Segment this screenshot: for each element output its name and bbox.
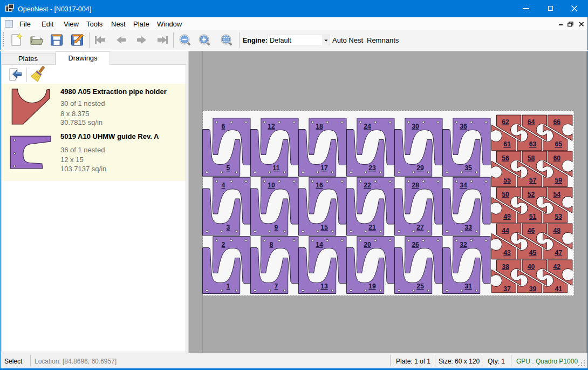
svg-text:8: 8	[270, 241, 274, 248]
svg-text:16: 16	[316, 181, 323, 189]
svg-text:34: 34	[460, 181, 467, 189]
svg-text:47: 47	[555, 249, 562, 257]
svg-text:42: 42	[553, 263, 560, 271]
svg-text:21: 21	[368, 224, 376, 231]
svg-text:32: 32	[460, 241, 467, 248]
svg-text:52: 52	[528, 191, 535, 198]
svg-text:51: 51	[529, 213, 537, 220]
svg-text:35: 35	[464, 164, 472, 172]
svg-text:3: 3	[227, 224, 230, 231]
svg-text:28: 28	[412, 181, 419, 189]
svg-text:17: 17	[320, 164, 328, 172]
svg-text:30: 30	[412, 123, 419, 130]
svg-text:15: 15	[320, 224, 328, 231]
svg-text:31: 31	[464, 282, 472, 290]
svg-text:65: 65	[555, 140, 562, 148]
svg-text:43: 43	[503, 249, 511, 257]
svg-text:63: 63	[529, 140, 537, 148]
svg-text:13: 13	[320, 282, 328, 290]
svg-text:24: 24	[364, 123, 371, 130]
svg-text:66: 66	[553, 118, 560, 126]
svg-text:12: 12	[268, 123, 275, 130]
svg-text:61: 61	[503, 140, 511, 148]
svg-text:44: 44	[502, 227, 509, 234]
svg-text:37: 37	[503, 285, 511, 293]
svg-text:10: 10	[268, 181, 275, 189]
svg-text:62: 62	[502, 118, 509, 126]
svg-text:36: 36	[460, 123, 467, 130]
svg-text:40: 40	[528, 263, 535, 271]
svg-text:54: 54	[553, 191, 560, 198]
svg-text:58: 58	[528, 154, 535, 162]
svg-text:46: 46	[528, 227, 535, 234]
svg-text:9: 9	[275, 224, 278, 231]
svg-text:20: 20	[364, 241, 371, 248]
svg-text:1: 1	[227, 282, 230, 290]
svg-text:57: 57	[529, 177, 537, 184]
svg-text:33: 33	[464, 224, 472, 231]
svg-text:29: 29	[416, 164, 424, 172]
svg-text:64: 64	[528, 118, 535, 126]
svg-text:38: 38	[502, 263, 509, 271]
svg-text:56: 56	[502, 154, 509, 162]
svg-text:27: 27	[416, 224, 424, 231]
svg-text:6: 6	[222, 123, 225, 130]
svg-text:48: 48	[553, 227, 560, 234]
svg-text:2: 2	[222, 241, 225, 248]
svg-text:19: 19	[368, 282, 376, 290]
svg-text:25: 25	[416, 282, 424, 290]
svg-text:53: 53	[555, 213, 562, 220]
svg-text:5: 5	[227, 164, 230, 172]
svg-text:60: 60	[553, 154, 560, 162]
svg-text:18: 18	[316, 123, 323, 130]
svg-text:49: 49	[503, 213, 511, 220]
svg-text:41: 41	[555, 285, 562, 293]
svg-text:14: 14	[316, 241, 323, 248]
svg-text:23: 23	[368, 164, 376, 172]
svg-text:45: 45	[529, 249, 537, 257]
svg-text:50: 50	[502, 191, 509, 198]
svg-text:26: 26	[412, 241, 419, 248]
svg-text:4: 4	[222, 181, 225, 189]
svg-text:55: 55	[503, 177, 511, 184]
svg-text:7: 7	[275, 282, 278, 290]
svg-text:39: 39	[529, 285, 537, 293]
svg-text:59: 59	[555, 177, 562, 184]
svg-text:22: 22	[364, 181, 371, 189]
svg-text:11: 11	[273, 164, 280, 172]
